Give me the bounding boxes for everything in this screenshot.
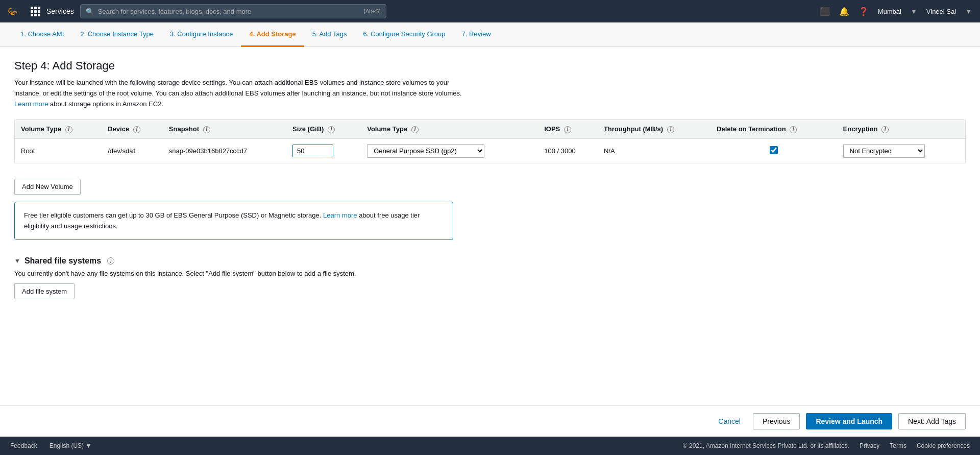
row-delete[interactable] <box>710 138 837 163</box>
row-encryption[interactable]: Not Encrypted Encrypted <box>837 138 965 163</box>
main-content: Step 4: Add Storage Your instance will b… <box>0 47 980 312</box>
volume-type2-info-icon[interactable]: i <box>411 126 419 133</box>
snapshot-info-icon[interactable]: i <box>203 126 210 133</box>
snapshot-header: Snapshot i <box>163 120 286 138</box>
row-throughput: N/A <box>598 138 710 163</box>
row-snapshot: snap-09e03b16b827cccd7 <box>163 138 286 163</box>
volume-type-header: Volume Type i <box>15 120 102 138</box>
grid-icon[interactable] <box>31 7 40 16</box>
wizard-bar: 1. Choose AMI 2. Choose Instance Type 3.… <box>0 22 980 47</box>
services-menu[interactable]: Services <box>46 7 74 15</box>
free-tier-box: Free tier eligible customers can get up … <box>14 202 453 241</box>
add-new-volume-button[interactable]: Add New Volume <box>14 179 81 195</box>
page-desc-text2: about storage options in Amazon EC2. <box>50 100 163 108</box>
row-volume-type: Root <box>15 138 102 163</box>
storage-table: Volume Type i Device i Snapshot i Size (… <box>15 120 965 163</box>
encryption-header: Encryption i <box>837 120 965 138</box>
row-iops: 100 / 3000 <box>538 138 598 163</box>
page-desc-text1: Your instance will be launched with the … <box>14 79 462 97</box>
free-tier-learn-more-link[interactable]: Learn more <box>323 211 357 219</box>
svg-text:aws: aws <box>9 10 17 14</box>
user-menu[interactable]: Vineel Sai <box>926 8 956 15</box>
size-header: Size (GiB) i <box>286 120 361 138</box>
delete-info-icon[interactable]: i <box>790 126 797 133</box>
shared-filesystems-description: You currently don't have any file system… <box>14 270 966 277</box>
volume-type-info-icon[interactable]: i <box>65 126 72 133</box>
storage-table-container: Volume Type i Device i Snapshot i Size (… <box>14 119 966 163</box>
device-info-icon[interactable]: i <box>133 126 140 133</box>
encryption-info-icon[interactable]: i <box>881 126 889 133</box>
help-icon[interactable]: ❓ <box>859 7 869 16</box>
shared-filesystems-title: Shared file systems <box>24 256 101 266</box>
search-bar[interactable]: 🔍 Search for services, features, blogs, … <box>80 4 386 18</box>
free-tier-text1: Free tier eligible customers can get up … <box>24 211 321 219</box>
table-row: Root /dev/sda1 snap-09e03b16b827cccd7 Ge… <box>15 138 965 163</box>
wizard-step-configure-instance[interactable]: 3. Configure Instance <box>162 22 241 47</box>
wizard-step-add-tags[interactable]: 5. Add Tags <box>304 22 355 47</box>
bell-icon[interactable]: 🔔 <box>839 7 849 16</box>
volume-type2-header: Volume Type i <box>361 120 538 138</box>
region-selector[interactable]: Mumbai <box>878 8 901 15</box>
aws-logo[interactable]: aws <box>8 3 24 19</box>
throughput-header: Throughput (MB/s) i <box>598 120 710 138</box>
volume-type-select[interactable]: General Purpose SSD (gp2) General Purpos… <box>367 144 484 158</box>
chevron-down-icon: ▼ <box>14 257 20 265</box>
search-placeholder: Search for services, features, blogs, do… <box>98 8 252 15</box>
wizard-step-choose-instance-type[interactable]: 2. Choose Instance Type <box>72 22 162 47</box>
device-header: Device i <box>102 120 163 138</box>
wizard-step-add-storage[interactable]: 4. Add Storage <box>241 22 304 47</box>
size-input[interactable] <box>292 145 333 157</box>
shared-filesystems-header[interactable]: ▼ Shared file systems i <box>14 256 966 266</box>
encryption-select[interactable]: Not Encrypted Encrypted <box>843 144 925 158</box>
top-navigation: aws Services 🔍 Search for services, feat… <box>0 0 980 22</box>
services-label: Services <box>46 7 74 15</box>
wizard-step-configure-security-group[interactable]: 6. Configure Security Group <box>355 22 453 47</box>
throughput-info-icon[interactable]: i <box>667 126 674 133</box>
size-info-icon[interactable]: i <box>328 126 335 133</box>
wizard-step-choose-ami[interactable]: 1. Choose AMI <box>12 22 72 47</box>
page-title: Step 4: Add Storage <box>14 59 966 73</box>
row-device: /dev/sda1 <box>102 138 163 163</box>
add-file-system-button[interactable]: Add file system <box>14 283 75 299</box>
shared-filesystems-info-icon[interactable]: i <box>107 257 114 265</box>
nav-right: ⬛ 🔔 ❓ Mumbai ▼ Vineel Sai ▼ <box>820 7 972 16</box>
wizard-step-review[interactable]: 7. Review <box>454 22 499 47</box>
search-shortcut: [Alt+S] <box>364 8 381 14</box>
iops-info-icon[interactable]: i <box>564 126 571 133</box>
delete-header: Delete on Termination i <box>710 120 837 138</box>
row-volume-type2[interactable]: General Purpose SSD (gp2) General Purpos… <box>361 138 538 163</box>
iops-header: IOPS i <box>538 120 598 138</box>
delete-checkbox[interactable] <box>770 146 778 154</box>
page-description: Your instance will be launched with the … <box>14 78 474 109</box>
terminal-icon[interactable]: ⬛ <box>820 7 830 16</box>
search-icon: 🔍 <box>86 8 94 15</box>
row-size[interactable] <box>286 138 361 163</box>
learn-more-link[interactable]: Learn more <box>14 100 48 108</box>
